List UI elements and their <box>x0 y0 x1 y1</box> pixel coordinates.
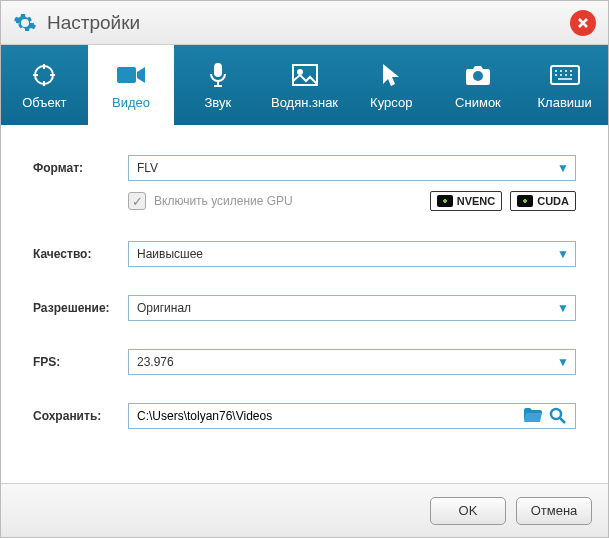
chevron-down-icon: ▼ <box>557 247 569 261</box>
svg-rect-3 <box>293 65 317 85</box>
close-button[interactable] <box>570 10 596 36</box>
folder-open-icon[interactable] <box>523 407 543 425</box>
svg-rect-1 <box>117 67 136 83</box>
watermark-icon <box>292 61 318 89</box>
tab-bar: Объект Видео Звук Водян.знак Курсор <box>1 45 608 125</box>
gpu-label: Включить усиление GPU <box>154 194 422 208</box>
format-label: Формат: <box>33 161 128 175</box>
quality-label: Качество: <box>33 247 128 261</box>
tab-hotkeys[interactable]: Клавиши <box>521 45 608 125</box>
titlebar: Настройки <box>1 1 608 45</box>
fps-select[interactable]: 23.976 ▼ <box>128 349 576 375</box>
fps-label: FPS: <box>33 355 128 369</box>
keyboard-icon <box>550 61 580 89</box>
svg-point-4 <box>298 70 302 74</box>
tab-snapshot[interactable]: Снимок <box>435 45 522 125</box>
nvidia-eye-icon <box>517 195 533 207</box>
search-icon[interactable] <box>549 407 567 425</box>
save-label: Сохранить: <box>33 409 128 423</box>
resolution-label: Разрешение: <box>33 301 128 315</box>
cuda-badge: CUDA <box>510 191 576 211</box>
chevron-down-icon: ▼ <box>557 301 569 315</box>
nvidia-eye-icon <box>437 195 453 207</box>
nvenc-badge: NVENC <box>430 191 503 211</box>
format-select[interactable]: FLV ▼ <box>128 155 576 181</box>
tab-object[interactable]: Объект <box>1 45 88 125</box>
save-path-input[interactable] <box>137 409 523 423</box>
chevron-down-icon: ▼ <box>557 161 569 175</box>
resolution-select[interactable]: Оригинал ▼ <box>128 295 576 321</box>
content-panel: Формат: FLV ▼ ✓ Включить усиление GPU NV… <box>1 125 608 483</box>
chevron-down-icon: ▼ <box>557 355 569 369</box>
settings-window: Настройки Объект Видео Звук <box>0 0 609 538</box>
target-icon <box>31 61 57 89</box>
tab-audio[interactable]: Звук <box>174 45 261 125</box>
microphone-icon <box>208 61 228 89</box>
cursor-icon <box>381 61 401 89</box>
tab-cursor[interactable]: Курсор <box>348 45 435 125</box>
window-title: Настройки <box>47 12 570 34</box>
gear-icon <box>13 11 37 35</box>
svg-rect-2 <box>214 63 222 77</box>
footer: OK Отмена <box>1 483 608 537</box>
ok-button[interactable]: OK <box>430 497 506 525</box>
tab-video[interactable]: Видео <box>88 45 175 125</box>
svg-point-5 <box>473 71 483 81</box>
quality-select[interactable]: Наивысшее ▼ <box>128 241 576 267</box>
camera-icon <box>116 61 146 89</box>
save-path-field[interactable] <box>128 403 576 429</box>
gpu-checkbox[interactable]: ✓ <box>128 192 146 210</box>
svg-point-7 <box>551 409 561 419</box>
photo-camera-icon <box>464 61 492 89</box>
tab-watermark[interactable]: Водян.знак <box>261 45 348 125</box>
cancel-button[interactable]: Отмена <box>516 497 592 525</box>
